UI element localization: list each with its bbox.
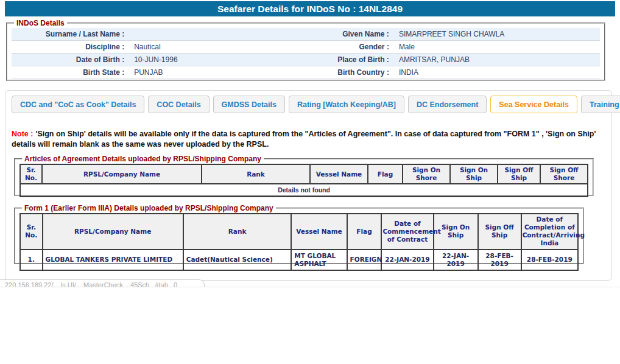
- table-cell: 28-FEB-2019: [521, 250, 578, 270]
- column-header-sign-off-shore: Sign Off Shore: [540, 164, 588, 184]
- column-header-rpsl-company-name: RPSL/Company Name: [42, 164, 202, 184]
- column-header-date-of-commencement-of-contract: Date of Commencement of Contract: [381, 214, 433, 250]
- table-row: Details not found: [20, 184, 588, 197]
- table-cell: 22-JAN-2019: [381, 250, 433, 270]
- tab-cdc-and-coc-as-cook-details[interactable]: CDC and "CoC as Cook" Details: [12, 96, 144, 113]
- tab-bar: CDC and "CoC as Cook" DetailsCOC Details…: [12, 96, 620, 113]
- tab-sea-service-details[interactable]: Sea Service Details: [490, 96, 577, 113]
- indos-details-legend: INDoS Details: [14, 19, 67, 27]
- table-cell: 1.: [20, 250, 43, 270]
- table-cell: FOREIGN: [347, 250, 382, 270]
- table-cell: Cadet(Nautical Science): [183, 250, 292, 270]
- indos-details-rows: Surname / Last Name :Given Name :SIMARPR…: [12, 28, 600, 79]
- field-value: Nautical: [129, 41, 311, 54]
- column-header-rank: Rank: [202, 164, 310, 184]
- column-header-sign-off-ship: Sign Off Ship: [478, 214, 521, 250]
- indos-details-table: Surname / Last Name :Given Name :SIMARPR…: [12, 28, 600, 79]
- form1-table: Sr. No.RPSL/Company NameRankVessel NameF…: [19, 213, 579, 271]
- field-value: SIMARPREET SINGH CHAWLA: [394, 28, 600, 41]
- table-row: 1.GLOBAL TANKERS PRIVATE LIMITEDCadet(Na…: [20, 250, 578, 270]
- viewport-bottom-divider: [0, 287, 620, 287]
- column-header-sign-on-ship: Sign On Ship: [450, 164, 498, 184]
- column-header-rank: Rank: [183, 214, 292, 250]
- field-value: 10-JUN-1996: [129, 54, 311, 66]
- note: Note :'Sign on Ship' details will be ava…: [12, 129, 601, 150]
- tab-gmdss-details[interactable]: GMDSS Details: [213, 96, 285, 113]
- column-header-flag: Flag: [347, 214, 382, 250]
- table-cell: MT GLOBAL ASPHALT: [291, 250, 347, 270]
- form1-section: Form 1 (Earlier Form IIIA) Details uploa…: [14, 204, 584, 264]
- field-label: Discipline :: [12, 41, 129, 54]
- field-label: Surname / Last Name :: [12, 28, 129, 41]
- indos-details-section: INDoS Details Surname / Last Name :Given…: [6, 19, 605, 81]
- column-header-sign-off-ship: Sign Off Ship: [498, 164, 540, 184]
- tab-dc-endorsement[interactable]: DC Endorsement: [408, 96, 487, 113]
- column-header-rpsl-company-name: RPSL/Company Name: [43, 214, 183, 250]
- field-label: Gender :: [312, 41, 394, 54]
- field-value: Male: [394, 41, 600, 54]
- articles-table: Sr. No.RPSL/Company NameRankVessel NameF…: [19, 164, 588, 197]
- content-panel: CDC and "CoC as Cook" DetailsCOC Details…: [5, 90, 612, 281]
- field-label: Birth Country :: [312, 66, 394, 79]
- field-value: PUNJAB: [129, 66, 311, 79]
- column-header-sr-no: Sr. No.: [20, 214, 43, 250]
- form1-body: 1.GLOBAL TANKERS PRIVATE LIMITEDCadet(Na…: [20, 250, 578, 270]
- column-header-vessel-name: Vessel Name: [310, 164, 368, 184]
- tab-training-details[interactable]: Training Details: [581, 96, 620, 113]
- indos-row: Surname / Last Name :Given Name :SIMARPR…: [12, 28, 600, 41]
- column-header-vessel-name: Vessel Name: [291, 214, 347, 250]
- table-cell: GLOBAL TANKERS PRIVATE LIMITED: [43, 250, 183, 270]
- form1-legend: Form 1 (Earlier Form IIIA) Details uploa…: [22, 204, 276, 212]
- field-label: Birth State :: [12, 66, 129, 79]
- field-value: INDIA: [394, 66, 600, 79]
- field-label: Place of Birth :: [312, 54, 394, 66]
- table-cell: 28-FEB-2019: [478, 250, 521, 270]
- page-title: Seafarer Details for INDoS No : 14NL2849: [5, 1, 615, 16]
- articles-of-agreement-section: Articles of Agreement Details uploaded b…: [14, 155, 594, 196]
- tab-coc-details[interactable]: COC Details: [148, 96, 209, 113]
- articles-legend: Articles of Agreement Details uploaded b…: [22, 155, 264, 163]
- table-cell: 22-JAN-2019: [434, 250, 478, 270]
- column-header-sr-no: Sr. No.: [20, 164, 42, 184]
- column-header-sign-on-shore: Sign On Shore: [403, 164, 450, 184]
- note-text: 'Sign on Ship' details will be available…: [12, 130, 596, 149]
- column-header-flag: Flag: [368, 164, 403, 184]
- status-url-text: 220.156.189.22/....ls.UI/....MasterCheck…: [5, 281, 177, 287]
- status-url-tooltip: 220.156.189.22/....ls.UI/....MasterCheck…: [0, 279, 205, 287]
- tab-rating-watch-keeping-ab[interactable]: Rating [Watch Keeping/AB]: [289, 96, 404, 113]
- field-value: AMRITSAR, PUNJAB: [394, 54, 600, 66]
- empty-message: Details not found: [20, 184, 588, 197]
- form1-header-row: Sr. No.RPSL/Company NameRankVessel NameF…: [20, 214, 578, 250]
- field-label: Date of Birth :: [12, 54, 129, 66]
- field-label: Given Name :: [312, 28, 394, 41]
- column-header-date-of-completion-of-contract-arriving-india: Date of Completion of Contract/Arriving …: [521, 214, 578, 250]
- articles-body: Details not found: [20, 184, 588, 197]
- field-value: [129, 28, 311, 41]
- note-prefix: Note :: [12, 130, 33, 138]
- indos-row: Date of Birth :10-JUN-1996Place of Birth…: [12, 54, 600, 66]
- articles-header-row: Sr. No.RPSL/Company NameRankVessel NameF…: [20, 164, 588, 184]
- indos-row: Birth State :PUNJABBirth Country :INDIA: [12, 66, 600, 79]
- indos-row: Discipline :NauticalGender :Male: [12, 41, 600, 54]
